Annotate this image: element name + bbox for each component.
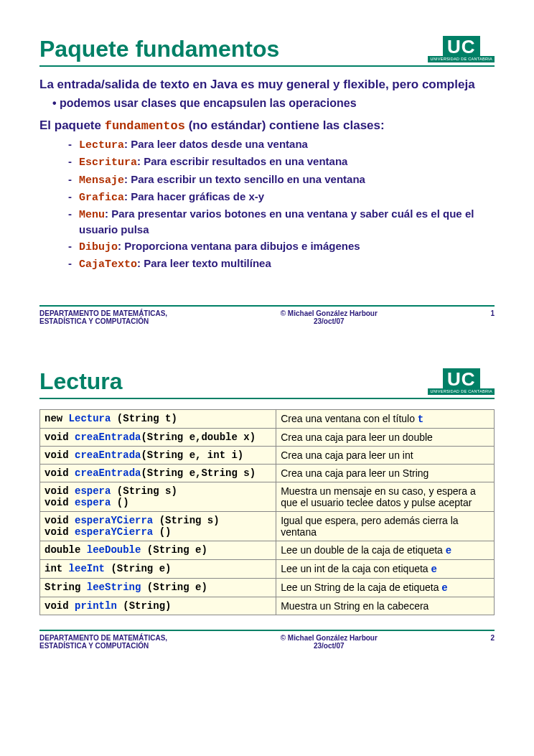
table-row: String leeString (String e)Lee un String… — [40, 579, 495, 597]
table-row: void println (String)Muestra un String e… — [40, 597, 495, 615]
class-item: -Escritura: Para escribir resultados en … — [68, 154, 495, 170]
logo-sub: UNIVERSIDAD DE CANTABRIA — [428, 56, 495, 62]
footer-date: 23/oct/07 — [281, 317, 378, 325]
table-row: new Lectura (String t)Crea una ventana c… — [40, 410, 495, 429]
table-row: int leeInt (String e)Lee un int de la ca… — [40, 560, 495, 579]
class-item-body: Lectura: Para leer datos desde una venta… — [79, 137, 308, 153]
header-row: Paquete fundamentos UC UNIVERSIDAD DE CA… — [39, 36, 495, 67]
header-row: Lectura UC UNIVERSIDAD DE CANTABRIA — [39, 368, 495, 399]
class-name: Escritura — [79, 157, 137, 169]
class-desc: : Proporciona ventana para dibujos e imá… — [118, 240, 360, 252]
table-row: void espera (String s)void espera ()Mues… — [40, 482, 495, 512]
api-table: new Lectura (String t)Crea una ventana c… — [39, 409, 495, 615]
dash: - — [68, 207, 72, 221]
signature-cell: void esperaYCierra (String s)void espera… — [40, 512, 276, 541]
page-title: Paquete fundamentos — [39, 36, 279, 62]
class-name: Mensaje — [79, 174, 124, 187]
class-name: Lectura — [79, 139, 124, 151]
footer-dept2: ESTADÍSTICA Y COMPUTACIÓN — [39, 317, 167, 325]
intro-text: La entrada/salida de texto en Java es mu… — [39, 77, 495, 93]
signature-cell: double leeDouble (String e) — [40, 541, 276, 560]
description-cell: Crea una ventana con el título t — [276, 410, 495, 429]
signature-cell: void creaEntrada(String e, int i) — [40, 447, 276, 465]
dash: - — [68, 239, 72, 253]
uc-logo: UC UNIVERSIDAD DE CANTABRIA — [428, 368, 495, 395]
intro2-pre: El paquete — [39, 118, 105, 132]
class-list: -Lectura: Para leer datos desde una vent… — [68, 137, 495, 272]
footer-page: 1 — [490, 309, 495, 317]
footer-dept1: DEPARTAMENTO DE MATEMÁTICAS, — [39, 309, 167, 317]
dash: - — [68, 137, 72, 151]
intro-bullet: podemos usar clases que encapsulen las o… — [52, 97, 495, 110]
class-item-body: CajaTexto: Para leer texto multilínea — [79, 256, 271, 272]
slide-2: Lectura UC UNIVERSIDAD DE CANTABRIA new … — [0, 347, 534, 671]
class-item: -Grafica: Para hacer gráficas de x-y — [68, 190, 495, 205]
dash: - — [68, 190, 72, 204]
class-desc: : Para leer datos desde una ventana — [124, 138, 308, 150]
dash: - — [68, 154, 72, 169]
uc-logo: UC UNIVERSIDAD DE CANTABRIA — [428, 36, 495, 62]
logo-main: UC — [443, 36, 480, 56]
footer-author: © Michael González Harbour — [281, 309, 378, 317]
signature-cell: void println (String) — [40, 597, 276, 615]
class-item-body: Mensaje: Para escribir un texto sencillo… — [79, 172, 365, 188]
footer-date: 23/oct/07 — [281, 642, 378, 650]
logo-main: UC — [443, 368, 480, 388]
description-cell: Lee un String de la caja de etiqueta e — [276, 579, 495, 597]
description-cell: Lee un int de la caja con etiqueta e — [276, 560, 495, 579]
page-title: Lectura — [39, 368, 123, 395]
intro2-post: (no estándar) contiene las clases: — [185, 118, 385, 132]
footer-dept1: DEPARTAMENTO DE MATEMÁTICAS, — [39, 634, 167, 642]
footer-center: © Michael González Harbour 23/oct/07 — [281, 634, 378, 650]
table-row: double leeDouble (String e)Lee un double… — [40, 541, 495, 560]
class-item: -Menu: Para presentar varios botones en … — [68, 207, 495, 238]
class-desc: : Para presentar varios botones en una v… — [79, 207, 474, 235]
footer-page: 2 — [490, 634, 495, 642]
class-name: Dibujo — [79, 241, 118, 253]
table-row: void creaEntrada(String e,String s)Crea … — [40, 465, 495, 482]
description-cell: Crea una caja para leer un double — [276, 429, 495, 447]
class-name: CajaTexto — [79, 258, 137, 271]
class-desc: : Para escribir resultados en una ventan… — [137, 155, 347, 167]
signature-cell: void creaEntrada(String e,double x) — [40, 429, 276, 447]
signature-cell: void espera (String s)void espera () — [40, 482, 276, 512]
class-item: -Lectura: Para leer datos desde una vent… — [68, 137, 495, 153]
description-cell: Lee un double de la caja de etiqueta e — [276, 541, 495, 560]
class-desc: : Para leer texto multilínea — [137, 257, 271, 269]
slide-footer: DEPARTAMENTO DE MATEMÁTICAS, ESTADÍSTICA… — [39, 305, 495, 325]
class-item-body: Menu: Para presentar varios botones en u… — [79, 207, 495, 238]
footer-dept2: ESTADÍSTICA Y COMPUTACIÓN — [39, 642, 167, 650]
dash: - — [68, 172, 72, 187]
class-item-body: Grafica: Para hacer gráficas de x-y — [79, 190, 264, 205]
footer-center: © Michael González Harbour 23/oct/07 — [281, 309, 378, 325]
description-cell: Muestra un mensaje en su caso, y espera … — [276, 482, 495, 512]
class-item-body: Dibujo: Proporciona ventana para dibujos… — [79, 239, 360, 255]
description-cell: Crea una caja para leer un int — [276, 447, 495, 465]
footer-left: DEPARTAMENTO DE MATEMÁTICAS, ESTADÍSTICA… — [39, 309, 167, 325]
class-desc: : Para escribir un texto sencillo en una… — [124, 173, 365, 185]
intro2-text: El paquete fundamentos (no estándar) con… — [39, 118, 495, 133]
footer-author: © Michael González Harbour — [281, 634, 378, 642]
slide-1: Paquete fundamentos UC UNIVERSIDAD DE CA… — [0, 0, 534, 347]
signature-cell: String leeString (String e) — [40, 579, 276, 597]
class-name: Menu — [79, 209, 105, 221]
class-item: -Mensaje: Para escribir un texto sencill… — [68, 172, 495, 188]
class-item-body: Escritura: Para escribir resultados en u… — [79, 154, 347, 170]
class-item: -Dibujo: Proporciona ventana para dibujo… — [68, 239, 495, 255]
dash: - — [68, 256, 72, 271]
table-row: void creaEntrada(String e,double x)Crea … — [40, 429, 495, 447]
class-desc: : Para hacer gráficas de x-y — [124, 190, 264, 202]
class-name: Grafica — [79, 192, 124, 204]
slide-footer: DEPARTAMENTO DE MATEMÁTICAS, ESTADÍSTICA… — [39, 630, 495, 650]
description-cell: Igual que espera, pero además cierra la … — [276, 512, 495, 541]
class-item: -CajaTexto: Para leer texto multilínea — [68, 256, 495, 272]
signature-cell: int leeInt (String e) — [40, 560, 276, 579]
table-row: void esperaYCierra (String s)void espera… — [40, 512, 495, 541]
table-row: void creaEntrada(String e, int i)Crea un… — [40, 447, 495, 465]
description-cell: Muestra un String en la cabecera — [276, 597, 495, 615]
signature-cell: void creaEntrada(String e,String s) — [40, 465, 276, 482]
signature-cell: new Lectura (String t) — [40, 410, 276, 429]
footer-left: DEPARTAMENTO DE MATEMÁTICAS, ESTADÍSTICA… — [39, 634, 167, 650]
logo-sub: UNIVERSIDAD DE CANTABRIA — [428, 388, 495, 395]
description-cell: Crea una caja para leer un String — [276, 465, 495, 482]
